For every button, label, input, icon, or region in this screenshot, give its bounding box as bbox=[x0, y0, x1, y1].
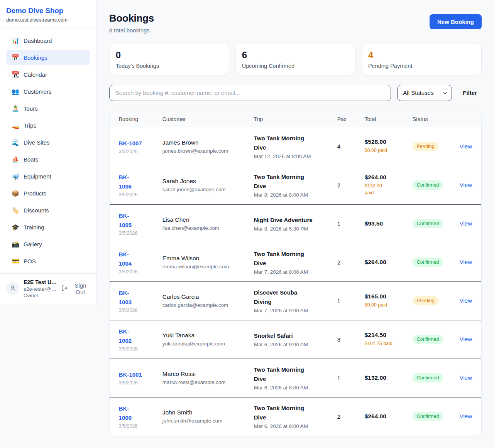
sailboat-icon: ⛵ bbox=[12, 156, 19, 163]
paid-amount: $0.00 paid bbox=[365, 147, 413, 154]
pax-count: 1 bbox=[337, 221, 365, 227]
avatar bbox=[6, 282, 19, 295]
paid-amount: $107.25 paid bbox=[365, 340, 413, 347]
sign-out-button[interactable]: Sign Out bbox=[61, 282, 90, 295]
trip-datetime: Mar 7, 2026 at 8:00 AM bbox=[254, 269, 337, 275]
wave-icon: 🌊 bbox=[12, 139, 19, 146]
booking-number-link[interactable]: BK- 1004 bbox=[119, 250, 132, 268]
customer-name: Carlos Garcia bbox=[162, 293, 254, 300]
customer-name: Marco Rossi bbox=[162, 371, 254, 377]
trip-datetime: Mar 7, 2026 at 9:00 AM bbox=[254, 308, 337, 313]
page-title: Bookings bbox=[109, 12, 154, 24]
user-icon bbox=[9, 285, 16, 293]
calendar-icon: 📅 bbox=[12, 54, 19, 61]
booking-number-link[interactable]: BK- 1003 bbox=[119, 288, 132, 307]
sidebar-item-label: Gallery bbox=[24, 241, 42, 248]
customer-email: lisa.chen@example.com bbox=[162, 225, 254, 231]
sidebar-item-calendar[interactable]: 📆 Calendar bbox=[6, 67, 90, 82]
view-link[interactable]: View bbox=[460, 259, 472, 265]
column-header-trip: Trip bbox=[254, 116, 337, 122]
column-header-total: Total bbox=[365, 116, 413, 122]
stat-value: 4 bbox=[368, 50, 475, 61]
view-link[interactable]: View bbox=[460, 297, 472, 304]
sidebar-item-trips[interactable]: 🚤 Trips bbox=[6, 118, 90, 133]
paid-amount: $0.00 paid bbox=[365, 301, 413, 309]
sidebar-item-discounts[interactable]: 🏷️ Discounts bbox=[6, 202, 90, 218]
pax-count: 2 bbox=[337, 259, 365, 266]
credit-card-icon: 💳 bbox=[12, 258, 19, 265]
customer-name: Sarah Jones bbox=[162, 178, 254, 185]
sidebar-item-products[interactable]: 📦 Products bbox=[6, 185, 90, 201]
customer-name: Yuki Tanaka bbox=[162, 332, 254, 339]
table-row: BK-1001 3/5/2026 Marco Rossi marco.rossi… bbox=[110, 359, 481, 397]
sidebar-item-label: Customers bbox=[24, 88, 52, 95]
table-row: BK- 1000 3/5/2026 John Smith john.smith@… bbox=[110, 397, 481, 436]
table-row: BK- 1005 3/5/2026 Lisa Chen lisa.chen@ex… bbox=[110, 204, 481, 243]
status-select[interactable]: All Statuses bbox=[397, 85, 452, 101]
main-content: Bookings 8 total bookings New Booking 0 … bbox=[97, 0, 494, 448]
booking-date: 3/5/2026 bbox=[119, 192, 162, 197]
sidebar-item-tours[interactable]: 🏝️ Tours bbox=[6, 101, 90, 116]
table-row: BK- 1003 3/5/2026 Carlos Garcia carlos.g… bbox=[110, 281, 481, 320]
table-header-row: BookingCustomerTripPaxTotalStatus bbox=[110, 111, 481, 127]
total-amount: $264.00 bbox=[365, 174, 413, 181]
status-badge: Confirmed bbox=[413, 180, 443, 190]
booking-number-link[interactable]: BK-1001 bbox=[119, 370, 142, 379]
view-link[interactable]: View bbox=[460, 182, 472, 188]
page-header: Bookings 8 total bookings New Booking bbox=[109, 12, 482, 34]
search-input[interactable] bbox=[109, 85, 391, 101]
users-icon: 👥 bbox=[12, 88, 19, 95]
sidebar: Demo Dive Shop demo.test.divestreams.com… bbox=[0, 0, 97, 305]
trip-datetime: Mar 8, 2026 at 5:30 PM bbox=[254, 226, 337, 232]
trip-name: Night Dive Adventure bbox=[254, 216, 337, 225]
island-icon: 🏝️ bbox=[12, 105, 19, 112]
customer-email: yuki.tanaka@example.com bbox=[162, 341, 254, 347]
column-header-booking: Booking bbox=[119, 116, 162, 122]
filter-button[interactable]: Filter bbox=[458, 89, 482, 96]
view-link[interactable]: View bbox=[460, 143, 472, 150]
sidebar-item-dive-sites[interactable]: 🌊 Dive Sites bbox=[6, 135, 90, 150]
sidebar-item-pos[interactable]: 💳 POS bbox=[6, 253, 90, 269]
view-link[interactable]: View bbox=[460, 336, 472, 342]
sidebar-item-gallery[interactable]: 📸 Gallery bbox=[6, 236, 90, 252]
pax-count: 1 bbox=[337, 298, 365, 304]
sidebar-item-bookings[interactable]: 📅 Bookings bbox=[6, 50, 90, 65]
trip-name: Two Tank Morning Dive bbox=[254, 249, 337, 268]
sidebar-item-equipment[interactable]: 🤿 Equipment bbox=[6, 168, 90, 184]
total-amount: $93.50 bbox=[365, 220, 413, 227]
bookings-table: BookingCustomerTripPaxTotalStatus BK-100… bbox=[109, 111, 482, 436]
booking-date: 3/5/2026 bbox=[119, 231, 162, 236]
sidebar-item-label: Bookings bbox=[24, 54, 47, 61]
trip-datetime: Mar 6, 2026 at 8:00 AM bbox=[254, 385, 337, 391]
trip-name: Discover Scuba Diving bbox=[254, 288, 337, 307]
booking-number-link[interactable]: BK- 1002 bbox=[119, 327, 132, 345]
stat-card-today-s-bookings: 0 Today's Bookings bbox=[109, 44, 229, 75]
sidebar-item-training[interactable]: 🎓 Training bbox=[6, 219, 90, 235]
booking-number-link[interactable]: BK- 1005 bbox=[119, 211, 132, 230]
trip-datetime: Mar 6, 2026 at 9:00 AM bbox=[254, 342, 337, 347]
stat-card-upcoming-confirmed: 6 Upcoming Confirmed bbox=[235, 44, 355, 75]
sidebar-item-dashboard[interactable]: 📊 Dashboard bbox=[6, 33, 90, 48]
view-link[interactable]: View bbox=[460, 374, 472, 381]
stats-row: 0 Today's Bookings 6 Upcoming Confirmed … bbox=[109, 44, 482, 75]
brand-name[interactable]: Demo Dive Shop bbox=[6, 7, 90, 15]
customer-name: John Smith bbox=[162, 409, 254, 416]
booking-date: 3/5/2026 bbox=[119, 423, 162, 429]
booking-number-link[interactable]: BK- 1000 bbox=[119, 404, 132, 423]
view-link[interactable]: View bbox=[460, 413, 472, 419]
sidebar-nav: 📊 Dashboard 📅 Bookings 📆 Calendar 👥 Cust… bbox=[0, 29, 96, 273]
view-link[interactable]: View bbox=[460, 220, 472, 227]
new-booking-button[interactable]: New Booking bbox=[430, 14, 482, 29]
table-row: BK-1007 3/5/2026 James Brown james.brown… bbox=[110, 127, 481, 166]
sidebar-item-customers[interactable]: 👥 Customers bbox=[6, 84, 90, 99]
booking-number-link[interactable]: BK-1007 bbox=[119, 139, 142, 148]
sidebar-item-boats[interactable]: ⛵ Boats bbox=[6, 152, 90, 167]
table-row: BK- 1002 3/5/2026 Yuki Tanaka yuki.tanak… bbox=[110, 320, 481, 359]
booking-number-link[interactable]: BK- 1006 bbox=[119, 173, 132, 191]
trip-datetime: Mar 8, 2026 at 8:00 AM bbox=[254, 192, 337, 198]
user-name: E2E Test U… bbox=[24, 279, 57, 285]
bar-chart-icon: 📊 bbox=[12, 37, 19, 44]
customer-name: Emma Wilson bbox=[162, 255, 254, 262]
column-header-pax: Pax bbox=[337, 116, 365, 122]
filter-row: All Statuses Filter bbox=[109, 85, 482, 101]
